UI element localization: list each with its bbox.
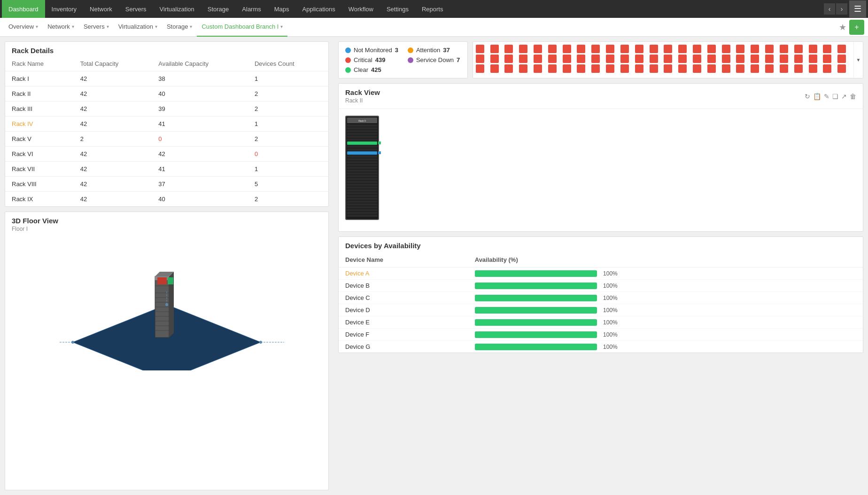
rack-view-copy-button[interactable]: 📋 <box>813 93 821 100</box>
heat-grid-cell[interactable] <box>751 55 759 63</box>
heat-grid-cell[interactable] <box>780 45 788 53</box>
heat-grid-cell[interactable] <box>707 45 716 53</box>
heat-grid-cell[interactable] <box>809 64 817 73</box>
rack-view-delete-button[interactable]: 🗑 <box>850 93 856 100</box>
heat-grid-cell[interactable] <box>765 45 774 53</box>
nav-back-button[interactable]: ‹ <box>824 3 835 15</box>
heat-grid-cell[interactable] <box>635 45 643 53</box>
nav-servers[interactable]: Servers <box>119 0 153 18</box>
heat-grid-cell[interactable] <box>519 55 527 63</box>
subnav-network[interactable]: Network ▾ <box>43 18 79 37</box>
heat-grid-cell[interactable] <box>678 64 687 73</box>
nav-workflow[interactable]: Workflow <box>342 0 380 18</box>
heat-grid-cell[interactable] <box>837 45 846 53</box>
heat-grid-cell[interactable] <box>794 55 803 63</box>
heat-grid-cell[interactable] <box>620 64 629 73</box>
heat-grid-cell[interactable] <box>606 55 614 63</box>
heat-grid-cell[interactable] <box>650 55 658 63</box>
heat-grid-cell[interactable] <box>794 45 803 53</box>
heat-grid-cell[interactable] <box>751 64 759 73</box>
heat-grid-cell[interactable] <box>809 55 817 63</box>
heat-grid-cell[interactable] <box>823 55 831 63</box>
favorite-button[interactable]: ★ <box>836 22 849 32</box>
heat-grid-cell[interactable] <box>650 64 658 73</box>
nav-dashboard[interactable]: Dashboard <box>2 0 45 18</box>
heat-grid-cell[interactable] <box>650 45 658 53</box>
heat-grid-cell[interactable] <box>620 55 629 63</box>
heat-grid-cell[interactable] <box>519 64 527 73</box>
heat-grid-cell[interactable] <box>794 64 803 73</box>
heat-grid-cell[interactable] <box>736 64 744 73</box>
device-name-link[interactable]: Device A <box>345 270 369 277</box>
heat-grid-cell[interactable] <box>823 45 831 53</box>
nav-maps[interactable]: Maps <box>268 0 296 18</box>
heat-grid-cell[interactable] <box>490 45 499 53</box>
nav-alarms[interactable]: Alarms <box>235 0 267 18</box>
heat-grid-cell[interactable] <box>780 55 788 63</box>
nav-network[interactable]: Network <box>83 0 119 18</box>
heat-grid-cell[interactable] <box>664 64 672 73</box>
heat-grid-cell[interactable] <box>577 45 585 53</box>
nav-storage[interactable]: Storage <box>201 0 236 18</box>
heat-grid-cell[interactable] <box>707 55 716 63</box>
heat-grid-cell[interactable] <box>504 45 513 53</box>
heat-grid-cell[interactable] <box>780 64 788 73</box>
heat-grid-cell[interactable] <box>606 64 614 73</box>
heat-grid-cell[interactable] <box>823 64 831 73</box>
rack-view-refresh-button[interactable]: ↻ <box>805 93 810 100</box>
nav-applications[interactable]: Applications <box>296 0 342 18</box>
nav-inventory[interactable]: Inventory <box>45 0 83 18</box>
heat-grid-cell[interactable] <box>765 55 774 63</box>
heat-grid-cell[interactable] <box>693 64 701 73</box>
heat-grid-scroll-arrow[interactable]: ▼ <box>853 42 863 78</box>
heat-grid-cell[interactable] <box>591 64 600 73</box>
heat-grid-cell[interactable] <box>664 55 672 63</box>
heat-grid-cell[interactable] <box>548 64 557 73</box>
heat-grid-cell[interactable] <box>693 55 701 63</box>
heat-grid-cell[interactable] <box>548 45 557 53</box>
heat-grid-cell[interactable] <box>591 45 600 53</box>
heat-grid-cell[interactable] <box>534 64 542 73</box>
nav-forward-button[interactable]: › <box>836 3 847 15</box>
heat-grid-cell[interactable] <box>678 55 687 63</box>
heat-grid-cell[interactable] <box>534 45 542 53</box>
heat-grid-cell[interactable] <box>620 45 629 53</box>
hamburger-menu-button[interactable]: ☰ <box>849 0 866 17</box>
heat-grid-cell[interactable] <box>809 45 817 53</box>
heat-grid-cell[interactable] <box>765 64 774 73</box>
rack-row-name[interactable]: Rack IV <box>5 117 74 132</box>
nav-virtualization[interactable]: Virtualization <box>153 0 201 18</box>
rack-view-duplicate-button[interactable]: ❏ <box>832 93 838 100</box>
nav-settings[interactable]: Settings <box>380 0 415 18</box>
subnav-servers[interactable]: Servers ▾ <box>79 18 114 37</box>
heat-grid-cell[interactable] <box>693 45 701 53</box>
nav-reports[interactable]: Reports <box>415 0 450 18</box>
heat-grid-cell[interactable] <box>736 45 744 53</box>
heat-grid-cell[interactable] <box>563 64 571 73</box>
heat-grid-cell[interactable] <box>476 64 484 73</box>
heat-grid-cell[interactable] <box>722 55 730 63</box>
heat-grid-cell[interactable] <box>751 45 759 53</box>
heat-grid-cell[interactable] <box>476 55 484 63</box>
heat-grid-cell[interactable] <box>504 64 513 73</box>
rack-name-link[interactable]: Rack IV <box>12 120 33 127</box>
heat-grid-cell[interactable] <box>707 64 716 73</box>
heat-grid-cell[interactable] <box>504 55 513 63</box>
heat-grid-cell[interactable] <box>837 64 846 73</box>
subnav-overview[interactable]: Overview ▾ <box>4 18 43 37</box>
heat-grid-cell[interactable] <box>548 55 557 63</box>
avail-device-name[interactable]: Device A <box>339 267 468 280</box>
heat-grid-cell[interactable] <box>476 45 484 53</box>
heat-grid-cell[interactable] <box>490 55 499 63</box>
heat-grid-cell[interactable] <box>519 45 527 53</box>
heat-grid-cell[interactable] <box>678 45 687 53</box>
heat-grid-cell[interactable] <box>591 55 600 63</box>
heat-grid-cell[interactable] <box>577 64 585 73</box>
subnav-custom-dashboard[interactable]: Custom Dashboard Branch I ▾ <box>197 18 287 37</box>
heat-grid-cell[interactable] <box>577 55 585 63</box>
heat-grid-cell[interactable] <box>635 64 643 73</box>
heat-grid-cell[interactable] <box>606 45 614 53</box>
heat-grid-cell[interactable] <box>635 55 643 63</box>
heat-grid-cell[interactable] <box>664 45 672 53</box>
rack-view-expand-button[interactable]: ↗ <box>841 93 847 100</box>
